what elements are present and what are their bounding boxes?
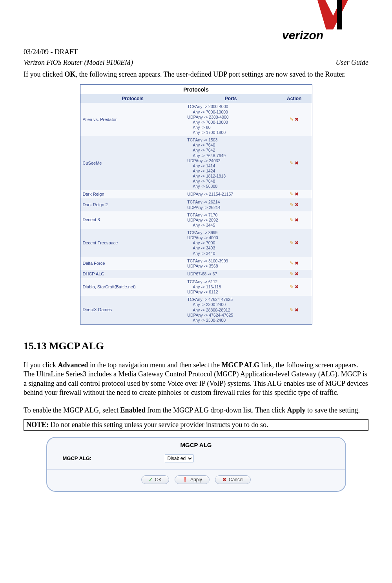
doc-title-right: User Guide: [336, 59, 369, 67]
delete-icon[interactable]: ✖: [295, 160, 299, 166]
mgcp-panel-title: MGCP ALG: [47, 438, 345, 453]
table-row: Diablo, StarCraft(Battle.net)TCPAny -> 6…: [80, 278, 312, 296]
mgcp-alg-panel: MGCP ALG MGCP ALG: Disabled ✓ OK ❗ Apply…: [46, 437, 346, 492]
protocols-screenshot: Protocols Protocols Ports Action Alien v…: [80, 84, 312, 324]
ok-button[interactable]: ✓ OK: [141, 475, 169, 484]
intro-bold-ok: OK: [64, 70, 75, 78]
doc-header-row: Verizon FiOS Router (Model 9100EM) User …: [24, 59, 368, 67]
edit-icon[interactable]: ✎: [290, 202, 294, 208]
delete-icon[interactable]: ✖: [295, 284, 299, 290]
protocols-header-action: Action: [277, 94, 312, 103]
delete-icon[interactable]: ✖: [295, 202, 299, 208]
draft-date-line: 03/24/09 - DRAFT: [24, 48, 368, 56]
table-row: Dark ReignUDPAny -> 21154-21157✎✖: [80, 190, 312, 198]
table-row: Decent FreespaceTCPAny -> 3999 UDPAny ->…: [80, 229, 312, 257]
table-row: Alien vs. PredatorTCPAny -> 2300-4000 An…: [80, 103, 312, 136]
paragraph-1: If you click Advanced in the top navigat…: [24, 361, 368, 398]
protocols-header-ports: Ports: [185, 94, 277, 103]
cancel-button[interactable]: ✖ Cancel: [215, 475, 251, 484]
paragraph-2: To enable the MGCP ALG, select Enabled f…: [24, 406, 368, 415]
delete-icon[interactable]: ✖: [295, 271, 299, 277]
doc-title-left: Verizon FiOS Router (Model 9100EM): [24, 59, 133, 67]
delete-icon[interactable]: ✖: [295, 191, 299, 197]
edit-icon[interactable]: ✎: [290, 271, 294, 277]
verizon-logo: verizon: [24, 0, 368, 45]
edit-icon[interactable]: ✎: [290, 307, 294, 313]
table-row: CuSeeMeTCPAny -> 1503 Any -> 7640 Any ->…: [80, 136, 312, 190]
edit-icon[interactable]: ✎: [290, 191, 294, 197]
edit-icon[interactable]: ✎: [290, 284, 294, 290]
apply-button[interactable]: ❗ Apply: [175, 475, 210, 484]
table-row: Decent 3TCPAny -> 7170 UDPAny -> 2092 An…: [80, 211, 312, 229]
table-row: DirectX GamesTCPAny -> 47624-47625 Any -…: [80, 296, 312, 324]
edit-icon[interactable]: ✎: [290, 117, 294, 123]
table-row: Dark Reign 2TCPAny -> 26214 UDPAny -> 26…: [80, 198, 312, 211]
edit-icon[interactable]: ✎: [290, 240, 294, 246]
delete-icon[interactable]: ✖: [295, 307, 299, 313]
mgcp-alg-select[interactable]: Disabled: [165, 455, 193, 462]
svg-rect-0: [337, 0, 342, 29]
note-box: NOTE: Do not enable this setting unless …: [24, 419, 368, 431]
cancel-icon: ✖: [222, 477, 226, 482]
check-icon: ✓: [149, 477, 153, 482]
intro-paragraph: If you clicked OK, the following screen …: [24, 70, 368, 79]
delete-icon[interactable]: ✖: [295, 217, 299, 223]
exclaim-icon: ❗: [182, 477, 188, 482]
table-row: Delta ForceTCPAny -> 3100-3999 UDPAny ->…: [80, 257, 312, 270]
svg-text:verizon: verizon: [282, 29, 323, 42]
edit-icon[interactable]: ✎: [290, 217, 294, 223]
protocols-header-name: Protocols: [80, 94, 185, 103]
table-row: DHCP ALGUDP67-68 -> 67✎✖: [80, 270, 312, 278]
protocols-title: Protocols: [80, 85, 312, 94]
section-heading: 15.13 MGCP ALG: [24, 340, 368, 352]
delete-icon[interactable]: ✖: [295, 260, 299, 266]
edit-icon[interactable]: ✎: [290, 160, 294, 166]
delete-icon[interactable]: ✖: [295, 117, 299, 123]
protocols-table: Protocols Ports Action Alien vs. Predato…: [80, 94, 312, 324]
delete-icon[interactable]: ✖: [295, 240, 299, 246]
edit-icon[interactable]: ✎: [290, 260, 294, 266]
mgcp-alg-label: MGCP ALG:: [63, 455, 165, 461]
